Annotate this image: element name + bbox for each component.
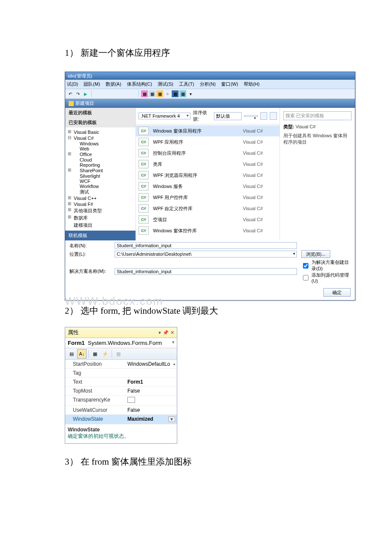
sort-dropdown[interactable] bbox=[244, 115, 258, 117]
framework-dropdown[interactable]: .NET Framework 4 bbox=[138, 113, 190, 119]
vs-toolbar: ↶ ↷ ▶ ▦ ▦ ▦ ✧ ▦ ▦ ▾ bbox=[65, 89, 355, 99]
recent-templates-header[interactable]: 最近的模板 bbox=[65, 108, 135, 118]
template-row[interactable]: C#Windows 服务Visual C# bbox=[136, 181, 280, 192]
tree-modeling[interactable]: 建模项目 bbox=[68, 222, 135, 229]
project-name-input[interactable]: Student_information_input bbox=[115, 242, 297, 249]
property-value[interactable]: Maximized▼ bbox=[126, 415, 177, 423]
property-value[interactable]: WindowsDefaultLo◂ bbox=[126, 360, 177, 368]
property-row[interactable]: TransparencyKe bbox=[65, 396, 177, 406]
tree-silverlight[interactable]: Silverlight bbox=[68, 173, 135, 179]
tool-icon[interactable]: ▦ bbox=[141, 90, 148, 97]
tree-windows[interactable]: Windows bbox=[68, 141, 135, 146]
tree-cloud[interactable]: Cloud bbox=[68, 157, 135, 162]
tree-workflow[interactable]: Workflow bbox=[68, 184, 135, 189]
vs-menubar: 试(D) 团队(M) 数据(A) 体系结构(C) 测试(S) 工具(T) 分析(… bbox=[65, 80, 355, 89]
property-name: WindowState bbox=[65, 415, 126, 423]
template-row[interactable]: C#控制台应用程序Visual C# bbox=[136, 147, 280, 159]
templates-tree[interactable]: Visual Basic Visual C# Windows Web Offic… bbox=[65, 127, 135, 231]
template-list[interactable]: C#Windows 窗体应用程序Visual C#C#WPF 应用程序Visua… bbox=[136, 124, 280, 237]
pin-icon[interactable]: 📌 bbox=[163, 330, 169, 335]
property-pages-button[interactable]: ▥ bbox=[114, 349, 123, 358]
menu-test[interactable]: 测试(S) bbox=[158, 81, 173, 87]
tree-office[interactable]: Office bbox=[68, 151, 135, 157]
undo-icon[interactable]: ↶ bbox=[67, 90, 74, 97]
tree-other-types[interactable]: 其他项目类型 bbox=[68, 207, 135, 214]
menu-tools[interactable]: 工具(T) bbox=[179, 81, 194, 87]
template-row[interactable]: C#WPF 自定义控件库Visual C# bbox=[136, 203, 280, 214]
tree-wcf[interactable]: WCF bbox=[68, 179, 135, 184]
template-row[interactable]: C#类库Visual C# bbox=[136, 159, 280, 170]
small-icons-button[interactable] bbox=[260, 112, 268, 120]
watermark-text: WWW.bdocx.com bbox=[65, 295, 163, 308]
tree-visual-cpp[interactable]: Visual C++ bbox=[68, 195, 135, 201]
property-row[interactable]: TextForm1 bbox=[65, 378, 177, 387]
properties-object-selector[interactable]: Form1 System.Windows.Forms.Form ▾ bbox=[65, 338, 177, 348]
template-row[interactable]: C#Windows 窗体控件库Visual C# bbox=[136, 225, 280, 236]
tree-reporting[interactable]: Reporting bbox=[68, 162, 135, 168]
template-row[interactable]: C#Windows 窗体应用程序Visual C# bbox=[136, 125, 280, 136]
template-row[interactable]: C#WPF 应用程序Visual C# bbox=[136, 136, 280, 147]
toolbar-separator bbox=[91, 90, 92, 97]
installed-templates-header[interactable]: 已安装的模板 bbox=[65, 118, 135, 127]
property-row[interactable]: StartPositionWindowsDefaultLo◂ bbox=[65, 360, 177, 369]
property-value[interactable]: False bbox=[126, 387, 177, 395]
dropdown-button[interactable]: ▼ bbox=[168, 416, 175, 422]
template-row[interactable]: C#WPF 浏览器应用程序Visual C# bbox=[136, 170, 280, 181]
menu-arch[interactable]: 体系结构(C) bbox=[127, 81, 152, 87]
templates-toolbar: .NET Framework 4 排序依据: 默认值 bbox=[136, 108, 280, 124]
tree-web[interactable]: Web bbox=[68, 146, 135, 151]
browse-button[interactable]: 浏览(B)... bbox=[301, 250, 330, 258]
type-key: 类型: bbox=[283, 124, 294, 129]
menu-data[interactable]: 数据(A) bbox=[106, 81, 121, 87]
search-templates-input[interactable]: 搜索 已安装的模板 bbox=[283, 111, 352, 120]
property-value[interactable] bbox=[126, 369, 177, 377]
properties-button[interactable]: ▦ bbox=[90, 349, 100, 358]
tool-icon[interactable]: ▦ bbox=[156, 90, 163, 97]
tree-visual-basic[interactable]: Visual Basic bbox=[68, 129, 135, 135]
tree-database[interactable]: 数据库 bbox=[68, 214, 135, 222]
property-value[interactable]: False bbox=[126, 406, 177, 414]
tree-sharepoint[interactable]: SharePoint bbox=[68, 168, 135, 173]
property-value[interactable] bbox=[126, 396, 177, 405]
dropdown-icon[interactable]: ▾ bbox=[159, 330, 161, 335]
template-row[interactable]: C#WPF 用户控件库Visual C# bbox=[136, 192, 280, 203]
tree-test[interactable]: 测试 bbox=[68, 189, 135, 195]
online-templates-footer[interactable]: 联机模板 bbox=[65, 231, 135, 240]
template-icon: C# bbox=[138, 171, 149, 179]
tree-visual-fsharp[interactable]: Visual F# bbox=[68, 201, 135, 207]
categorized-button[interactable]: ▤ bbox=[67, 349, 76, 358]
ok-button[interactable]: 确定 bbox=[323, 288, 351, 297]
property-name: UseWaitCursor bbox=[65, 406, 126, 414]
chevron-down-icon[interactable]: ▾ bbox=[172, 340, 174, 344]
toolbar-separator bbox=[112, 350, 112, 358]
events-button[interactable]: ⚡ bbox=[101, 349, 110, 358]
play-icon[interactable]: ▶ bbox=[82, 90, 89, 97]
property-row[interactable]: Tag bbox=[65, 369, 177, 378]
property-row[interactable]: WindowStateMaximized▼ bbox=[65, 415, 177, 424]
tool-icon[interactable]: ▦ bbox=[149, 90, 156, 97]
alphabetical-button[interactable]: A↓ bbox=[77, 349, 86, 358]
menu-help[interactable]: 帮助(H) bbox=[244, 81, 259, 87]
menu-team[interactable]: 团队(M) bbox=[84, 81, 100, 87]
property-row[interactable]: TopMostFalse bbox=[65, 387, 177, 396]
tool-icon[interactable]: ▾ bbox=[187, 90, 194, 97]
template-row[interactable]: C#空项目Visual C# bbox=[136, 214, 280, 225]
create-dir-checkbox[interactable] bbox=[303, 263, 308, 269]
close-icon[interactable]: ✕ bbox=[170, 330, 174, 335]
sort-value-input[interactable]: 默认值 bbox=[214, 112, 242, 120]
tree-visual-csharp[interactable]: Visual C# bbox=[68, 135, 135, 141]
tool-icon[interactable]: ✧ bbox=[164, 90, 171, 97]
property-row[interactable]: UseWaitCursorFalse bbox=[65, 406, 177, 415]
tool-icon[interactable]: ▦ bbox=[172, 90, 179, 97]
location-input[interactable]: C:\Users\Administrator\Desktop\net\ bbox=[115, 251, 297, 257]
tool-icon[interactable]: ▦ bbox=[179, 90, 186, 97]
properties-grid[interactable]: StartPositionWindowsDefaultLo◂TagTextFor… bbox=[65, 360, 177, 424]
menu-window[interactable]: 窗口(W) bbox=[221, 81, 238, 87]
large-icons-button[interactable] bbox=[270, 112, 277, 120]
redo-icon[interactable]: ↷ bbox=[75, 90, 81, 97]
menu-debug[interactable]: 试(D) bbox=[67, 81, 78, 87]
solution-name-input[interactable]: Student_information_input bbox=[115, 268, 297, 275]
property-value[interactable]: Form1 bbox=[126, 378, 177, 386]
source-control-checkbox[interactable] bbox=[303, 275, 308, 280]
menu-analyze[interactable]: 分析(N) bbox=[200, 81, 216, 87]
